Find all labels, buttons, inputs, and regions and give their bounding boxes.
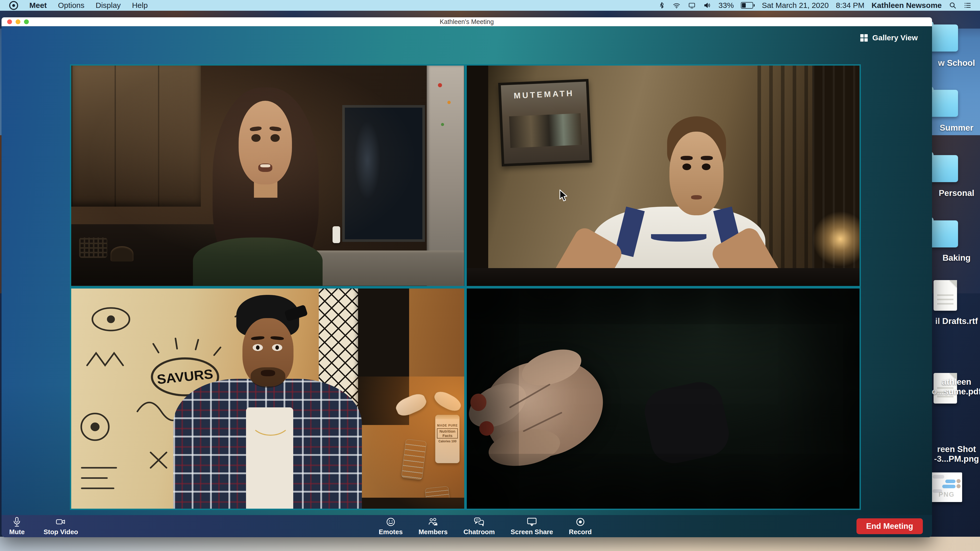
gallery-view-label: Gallery View	[872, 33, 918, 42]
face-detail	[250, 126, 262, 132]
desktop-file-resume-label-line1[interactable]: athleen	[931, 377, 980, 387]
notification-list-icon[interactable]	[964, 2, 971, 9]
members-icon	[427, 516, 439, 527]
face-detail	[272, 344, 282, 351]
participant-1-face	[239, 101, 292, 184]
video-tile-participant-4[interactable]	[467, 289, 860, 509]
gallery-view-button[interactable]: Gallery View	[859, 33, 918, 42]
stop-video-button[interactable]: Stop Video	[44, 516, 78, 536]
display-icon[interactable]	[688, 2, 696, 9]
wifi-icon[interactable]	[673, 2, 681, 9]
menu-help[interactable]: Help	[132, 1, 148, 10]
face-detail	[681, 156, 693, 160]
window-title: Kathleen's Meeting	[2, 18, 932, 25]
mute-button[interactable]: Mute	[9, 516, 25, 536]
participant-2-face	[670, 132, 724, 215]
system-logo-icon[interactable]	[9, 1, 18, 10]
meeting-toolbar: Mute Stop Video Emotes Members	[2, 515, 932, 537]
graffiti-text: SAVURS	[156, 366, 214, 387]
bluetooth-icon[interactable]	[658, 2, 665, 9]
desktop-file-drafts-label[interactable]: il Drafts.rtf	[931, 316, 980, 326]
desktop-folder-baking-label[interactable]: Baking	[931, 253, 980, 263]
face-detail	[270, 336, 284, 341]
face-detail	[253, 344, 263, 351]
video-grid: MUTEMATH	[70, 64, 861, 510]
menu-options[interactable]: Options	[58, 1, 84, 10]
emotes-button[interactable]: Emotes	[379, 516, 403, 536]
desktop-file-resume-label-line2[interactable]: o...sume.pdf	[931, 387, 980, 396]
face-detail	[269, 126, 282, 132]
volume-icon[interactable]	[703, 2, 711, 9]
search-icon[interactable]	[949, 2, 956, 9]
crushed-can	[431, 388, 463, 414]
face-detail	[251, 134, 261, 142]
fridge-magnet	[447, 101, 451, 104]
desktop-file-screenshot-label-line1[interactable]: reen Shot	[931, 445, 980, 454]
face-detail	[691, 195, 702, 199]
video-tile-participant-2[interactable]: MUTEMATH	[467, 65, 860, 286]
mute-label: Mute	[9, 528, 25, 536]
can	[401, 439, 427, 480]
chat-bubble	[932, 475, 944, 478]
dark-doorway	[467, 65, 488, 286]
stop-video-label: Stop Video	[44, 528, 78, 536]
meeting-window: Kathleen's Meeting Gallery View	[2, 17, 932, 537]
members-button[interactable]: Members	[418, 516, 448, 536]
face-detail	[251, 336, 265, 341]
desktop-file-screenshot-label-line2[interactable]: -3...PM.png	[931, 454, 980, 464]
nutrition-can: MADE PURE Nutrition Facts Calories 100	[435, 415, 460, 463]
window-titlebar: Kathleen's Meeting	[2, 17, 932, 26]
battery-icon[interactable]	[741, 2, 755, 9]
poster-band	[509, 114, 582, 148]
menu-display[interactable]: Display	[96, 1, 121, 10]
gallery-grid-icon	[859, 33, 868, 42]
face-detail	[261, 370, 275, 376]
doc-text-lines	[937, 294, 953, 306]
face-detail	[258, 164, 272, 172]
chat-bubble	[945, 480, 956, 483]
video-tile-participant-3[interactable]: SAVURS MADE PURE Nutrition Facts Calorie…	[71, 289, 464, 509]
screen-share-label: Screen Share	[511, 528, 553, 536]
desktop-folder-personal-label[interactable]: Personal	[931, 188, 980, 198]
png-watermark: PNG	[931, 491, 962, 499]
menubar-user[interactable]: Kathleen Newsome	[872, 1, 942, 10]
can-text-nutrition: Nutrition Facts	[437, 428, 458, 438]
chatroom-label: Chatroom	[463, 528, 495, 536]
screen-share-button[interactable]: Screen Share	[511, 516, 553, 536]
video-camera-icon	[55, 516, 67, 527]
screen: w School Summer Personal Baking il Draft…	[0, 0, 980, 551]
record-label: Record	[569, 528, 592, 536]
face-detail	[682, 164, 691, 170]
chat-bubble	[942, 485, 956, 488]
battery-percent[interactable]: 33%	[718, 1, 734, 10]
desk-shadow	[467, 268, 860, 286]
end-meeting-button[interactable]: End Meeting	[856, 518, 923, 534]
record-button[interactable]: Record	[569, 516, 592, 536]
face-detail	[270, 134, 280, 142]
fridge-magnet	[438, 83, 442, 87]
video-tile-participant-1[interactable]	[71, 65, 464, 286]
desktop-file-drafts[interactable]	[934, 280, 957, 311]
face-detail	[701, 156, 713, 160]
emotes-label: Emotes	[379, 528, 403, 536]
chat-avatar	[956, 484, 961, 488]
fridge-magnet	[441, 123, 444, 126]
menubar-date[interactable]: Sat March 21, 2020	[762, 1, 829, 10]
desktop-folder-summer-label[interactable]: Summer	[931, 123, 980, 133]
menu-meet[interactable]: Meet	[29, 1, 47, 10]
painted-nail	[479, 421, 494, 436]
desktop-file-screenshot[interactable]: PNG	[931, 472, 962, 502]
meeting-content: Gallery View	[2, 26, 932, 537]
can-text-made-pure: MADE PURE	[435, 424, 460, 427]
poster-image: MUTEMATH	[501, 82, 590, 164]
watch-band	[641, 378, 733, 468]
desktop-folder-school-label[interactable]: w School	[931, 58, 980, 68]
record-icon	[575, 516, 586, 527]
menubar-time[interactable]: 8:34 PM	[836, 1, 864, 10]
chatroom-button[interactable]: Chatroom	[463, 516, 495, 536]
face-detail	[702, 164, 711, 170]
chat-avatar	[956, 479, 961, 483]
hand-closeup	[467, 346, 648, 491]
members-label: Members	[418, 528, 448, 536]
chat-bubbles-icon	[473, 516, 485, 527]
